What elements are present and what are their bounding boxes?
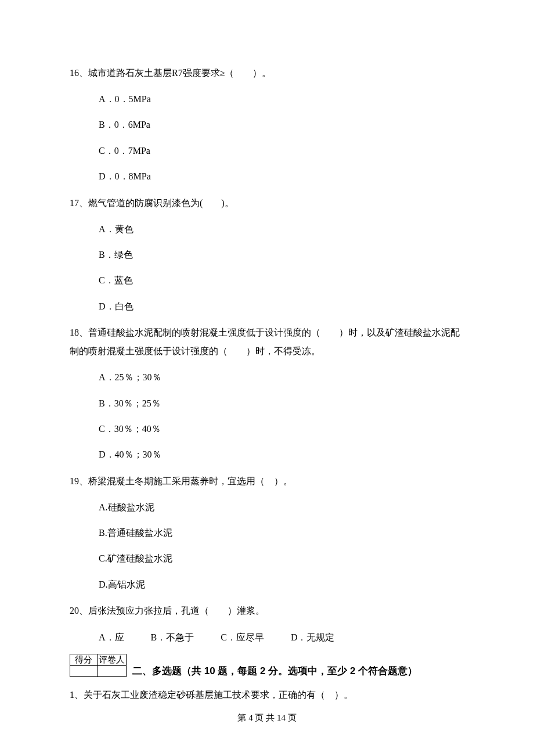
option-a: A．应 bbox=[99, 628, 124, 647]
question-text: 18、普通硅酸盐水泥配制的喷射混凝土强度低于设计强度的（ ）时，以及矿渣硅酸盐水… bbox=[70, 323, 464, 361]
question-text: 19、桥梁混凝土冬期施工采用蒸养时，宜选用（ ）。 bbox=[70, 472, 464, 491]
question-number: 18、 bbox=[70, 327, 88, 337]
option-c: C．30％；40％ bbox=[99, 420, 464, 438]
option-c: C．应尽早 bbox=[221, 628, 264, 647]
question-body: 燃气管道的防腐识别漆色为( )。 bbox=[88, 198, 234, 208]
option-a: A．0．5MPa bbox=[99, 91, 464, 108]
question-number: 1、 bbox=[70, 690, 84, 700]
grader-cell bbox=[98, 666, 127, 677]
question-body: 普通硅酸盐水泥配制的喷射混凝土强度低于设计强度的（ ）时，以及矿渣硅酸盐水泥配制… bbox=[70, 327, 460, 356]
question-body: 城市道路石灰土基层R7强度要求≥（ ）。 bbox=[88, 68, 271, 78]
option-b: B.普通硅酸盐水泥 bbox=[99, 524, 464, 542]
question-body: 桥梁混凝土冬期施工采用蒸养时，宜选用（ ）。 bbox=[88, 476, 293, 486]
option-d: D.高铝水泥 bbox=[99, 576, 464, 593]
option-a: A．25％；30％ bbox=[99, 369, 464, 386]
inline-options: A．应 B．不急于 C．应尽早 D．无规定 bbox=[99, 628, 464, 647]
question-body: 关于石灰工业废渣稳定砂砾基层施工技术要求，正确的有（ ）。 bbox=[84, 690, 353, 700]
page-content: 16、城市道路石灰土基层R7强度要求≥（ ）。 A．0．5MPa B．0．6MP… bbox=[0, 0, 534, 741]
section-2-title: 二、多选题（共 10 题，每题 2 分。选项中，至少 2 个符合题意） bbox=[132, 664, 417, 678]
option-b: B．不急于 bbox=[151, 628, 194, 647]
score-table: 得分 评卷人 bbox=[70, 654, 127, 677]
option-c: C．0．7MPa bbox=[99, 142, 464, 160]
section-2-header: 得分 评卷人 二、多选题（共 10 题，每题 2 分。选项中，至少 2 个符合题… bbox=[70, 654, 464, 678]
section2-question-1: 1、关于石灰工业废渣稳定砂砾基层施工技术要求，正确的有（ ）。 bbox=[70, 686, 464, 704]
question-text: 16、城市道路石灰土基层R7强度要求≥（ ）。 bbox=[70, 64, 464, 82]
question-number: 20、 bbox=[70, 606, 88, 615]
question-number: 16、 bbox=[70, 68, 88, 78]
option-c: C.矿渣硅酸盐水泥 bbox=[99, 550, 464, 567]
option-b: B．0．6MPa bbox=[99, 116, 464, 134]
score-cell bbox=[70, 666, 98, 677]
option-d: D．40％；30％ bbox=[99, 446, 464, 463]
option-b: B．30％；25％ bbox=[99, 395, 464, 412]
question-text: 1、关于石灰工业废渣稳定砂砾基层施工技术要求，正确的有（ ）。 bbox=[70, 686, 464, 704]
option-d: D．无规定 bbox=[291, 628, 335, 647]
question-text: 17、燃气管道的防腐识别漆色为( )。 bbox=[70, 194, 464, 213]
option-b: B．绿色 bbox=[99, 246, 464, 264]
question-17: 17、燃气管道的防腐识别漆色为( )。 A．黄色 B．绿色 C．蓝色 D．白色 bbox=[70, 194, 464, 316]
page-footer: 第 4 页 共 14 页 bbox=[70, 712, 464, 723]
score-header: 得分 bbox=[70, 654, 98, 666]
question-19: 19、桥梁混凝土冬期施工采用蒸养时，宜选用（ ）。 A.硅酸盐水泥 B.普通硅酸… bbox=[70, 472, 464, 594]
option-a: A.硅酸盐水泥 bbox=[99, 499, 464, 516]
question-body: 后张法预应力张拉后，孔道（ ）灌浆。 bbox=[88, 606, 265, 615]
question-20: 20、后张法预应力张拉后，孔道（ ）灌浆。 A．应 B．不急于 C．应尽早 D．… bbox=[70, 602, 464, 647]
option-d: D．白色 bbox=[99, 298, 464, 315]
question-18: 18、普通硅酸盐水泥配制的喷射混凝土强度低于设计强度的（ ）时，以及矿渣硅酸盐水… bbox=[70, 323, 464, 464]
question-16: 16、城市道路石灰土基层R7强度要求≥（ ）。 A．0．5MPa B．0．6MP… bbox=[70, 64, 464, 186]
question-number: 19、 bbox=[70, 476, 88, 486]
option-c: C．蓝色 bbox=[99, 272, 464, 289]
option-d: D．0．8MPa bbox=[99, 168, 464, 185]
question-number: 17、 bbox=[70, 198, 88, 208]
option-a: A．黄色 bbox=[99, 221, 464, 238]
grader-header: 评卷人 bbox=[98, 654, 127, 666]
question-text: 20、后张法预应力张拉后，孔道（ ）灌浆。 bbox=[70, 602, 464, 620]
